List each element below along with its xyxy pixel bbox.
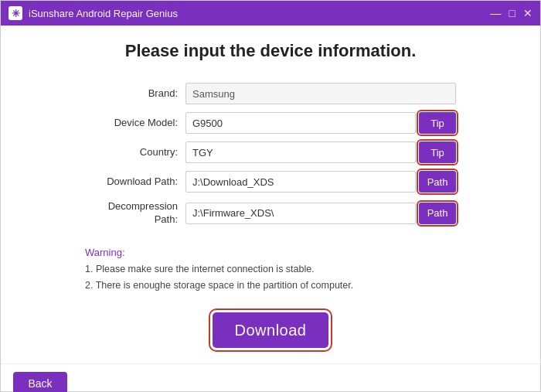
close-button[interactable]: ✕ [523, 8, 532, 19]
form-area: Brand: Device Model: Tip Country: Tip Do… [24, 83, 517, 294]
download-path-input[interactable] [185, 171, 416, 193]
window-controls: — □ ✕ [491, 8, 532, 19]
decompression-label: Decompression Path: [85, 200, 185, 227]
warning-line1: 1. Please make sure the internet connect… [85, 261, 456, 278]
main-content: Please input the device information. Bra… [1, 26, 540, 363]
brand-input[interactable] [185, 83, 456, 104]
page-title: Please input the device information. [24, 41, 517, 61]
warning-line2: 2. There is enoughe storage space in the… [85, 278, 456, 294]
device-model-row: Device Model: Tip [85, 112, 456, 134]
back-button[interactable]: Back [13, 372, 67, 392]
decompression-path-row: Decompression Path: Path [85, 200, 456, 227]
download-path-label: Download Path: [85, 176, 185, 189]
country-label: Country: [85, 146, 185, 159]
app-title: iSunshare Android Repair Genius [29, 8, 491, 19]
minimize-button[interactable]: — [491, 8, 502, 19]
decompression-path-button[interactable]: Path [419, 203, 456, 224]
restore-button[interactable]: □ [509, 8, 515, 19]
device-model-label: Device Model: [85, 117, 185, 130]
download-path-row: Download Path: Path [85, 171, 456, 193]
brand-row: Brand: [85, 83, 456, 104]
download-button[interactable]: Download [213, 312, 328, 348]
country-input[interactable] [185, 141, 416, 163]
download-path-button[interactable]: Path [419, 171, 456, 193]
warning-title: Warning: [85, 247, 456, 258]
app-window: ✳ iSunshare Android Repair Genius — □ ✕ … [0, 0, 541, 392]
warning-section: Warning: 1. Please make sure the interne… [85, 247, 456, 295]
logo-symbol: ✳ [12, 9, 20, 19]
decompression-path-input[interactable] [185, 203, 416, 224]
country-tip-button[interactable]: Tip [419, 141, 456, 163]
device-model-input[interactable] [185, 112, 416, 134]
country-row: Country: Tip [85, 141, 456, 163]
device-model-tip-button[interactable]: Tip [419, 112, 456, 134]
app-logo: ✳ [9, 6, 22, 20]
download-area: Download [24, 312, 517, 348]
titlebar: ✳ iSunshare Android Repair Genius — □ ✕ [1, 1, 540, 26]
bottom-bar: Back [1, 363, 540, 392]
brand-label: Brand: [85, 87, 185, 101]
